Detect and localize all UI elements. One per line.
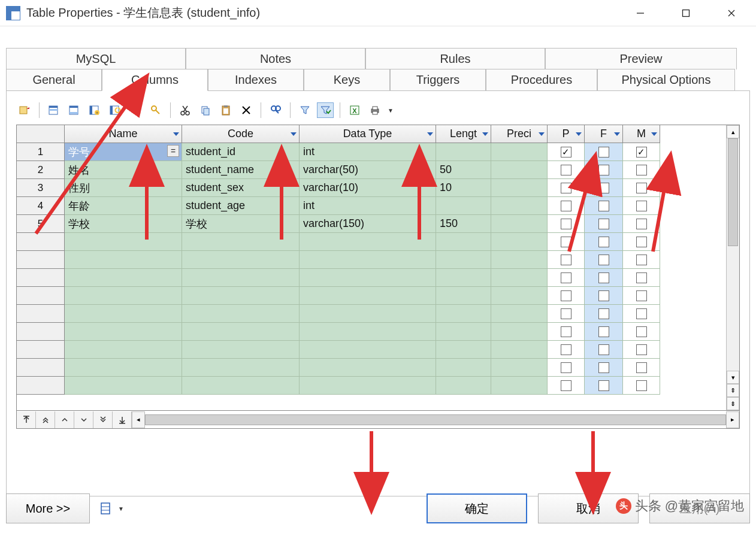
filter-arrow-icon[interactable]: [482, 132, 488, 136]
cell-empty[interactable]: [436, 323, 491, 341]
apply-button[interactable]: 应用(A): [649, 493, 750, 523]
checkbox-icon[interactable]: [598, 272, 609, 283]
checkbox-icon[interactable]: [636, 308, 647, 319]
cell-mandatory[interactable]: [623, 215, 660, 233]
filter-arrow-icon[interactable]: [651, 132, 657, 136]
cell-empty[interactable]: [300, 359, 436, 377]
cell-length[interactable]: 10: [436, 179, 491, 197]
cell-empty[interactable]: [491, 377, 548, 395]
move-bottom-icon[interactable]: [113, 411, 132, 428]
column-header-length[interactable]: Lengt: [436, 125, 491, 143]
cell-primary[interactable]: [548, 233, 585, 251]
paste-icon[interactable]: [217, 102, 234, 118]
column-header-name[interactable]: Name: [65, 125, 182, 143]
cell-mandatory[interactable]: [623, 269, 660, 287]
checkbox-icon[interactable]: [636, 272, 647, 283]
move-down-icon[interactable]: [74, 411, 93, 428]
cell-name[interactable]: 年龄: [65, 197, 182, 215]
checkbox-icon[interactable]: [561, 237, 571, 247]
cell-empty[interactable]: [436, 269, 491, 287]
cell-empty[interactable]: [65, 305, 182, 323]
cell-empty[interactable]: [65, 323, 182, 341]
cell-length[interactable]: 150: [436, 215, 491, 233]
filter-arrow-icon[interactable]: [539, 132, 545, 136]
cell-empty[interactable]: [65, 377, 182, 395]
row-number[interactable]: 3: [17, 179, 65, 197]
cell-code[interactable]: student_name: [182, 161, 300, 179]
cell-name[interactable]: 性别: [65, 179, 182, 197]
row-number[interactable]: [17, 341, 65, 359]
tab-rules[interactable]: Rules: [365, 48, 545, 69]
cell-empty[interactable]: [300, 377, 436, 395]
checkbox-icon[interactable]: [598, 165, 609, 175]
cell-primary[interactable]: [548, 269, 585, 287]
checkbox-icon[interactable]: [598, 237, 609, 247]
row-number[interactable]: [17, 233, 65, 251]
minimize-button[interactable]: [627, 4, 654, 22]
tab-indexes[interactable]: Indexes: [208, 69, 304, 91]
tab-procedures[interactable]: Procedures: [486, 69, 597, 91]
cell-datatype[interactable]: int: [300, 197, 436, 215]
checkbox-icon[interactable]: [561, 183, 571, 193]
filter-arrow-icon[interactable]: [576, 132, 582, 136]
filter-arrow-icon[interactable]: [291, 132, 297, 136]
cell-empty[interactable]: [436, 251, 491, 269]
scroll-right-icon[interactable]: ▸: [726, 411, 739, 428]
move-top-icon[interactable]: [17, 411, 36, 428]
cell-precision[interactable]: [491, 197, 548, 215]
checkbox-icon[interactable]: [636, 344, 647, 355]
scroll-thumb[interactable]: [728, 138, 738, 246]
cell-mandatory[interactable]: [623, 161, 660, 179]
cell-foreign[interactable]: [585, 215, 623, 233]
cell-foreign[interactable]: [585, 269, 623, 287]
checkbox-icon[interactable]: [561, 165, 571, 175]
checkbox-icon[interactable]: [636, 255, 647, 265]
checkbox-icon[interactable]: [598, 219, 609, 229]
cell-primary[interactable]: [548, 215, 585, 233]
checkbox-icon[interactable]: [561, 255, 571, 265]
cell-length[interactable]: [436, 143, 491, 161]
checkbox-icon[interactable]: [636, 147, 647, 158]
column-header-code[interactable]: Code: [182, 125, 300, 143]
cell-mandatory[interactable]: [623, 251, 660, 269]
tab-notes[interactable]: Notes: [186, 48, 365, 69]
row-number[interactable]: 2: [17, 161, 65, 179]
cell-primary[interactable]: [548, 359, 585, 377]
cell-name[interactable]: 姓名: [65, 161, 182, 179]
cell-foreign[interactable]: [585, 143, 623, 161]
copy-icon[interactable]: [197, 102, 214, 118]
checkbox-icon[interactable]: [636, 237, 647, 247]
cell-empty[interactable]: [65, 269, 182, 287]
column-header-p[interactable]: P: [548, 125, 585, 143]
cell-mandatory[interactable]: [623, 143, 660, 161]
filter-arrow-icon[interactable]: [427, 132, 433, 136]
cell-primary[interactable]: [548, 161, 585, 179]
checkbox-icon[interactable]: [561, 219, 571, 229]
cell-mandatory[interactable]: [623, 179, 660, 197]
checkbox-icon[interactable]: [598, 290, 609, 301]
cell-empty[interactable]: [491, 305, 548, 323]
checkbox-icon[interactable]: [598, 326, 609, 337]
tab-preview[interactable]: Preview: [545, 48, 737, 69]
cell-precision[interactable]: [491, 143, 548, 161]
checkbox-icon[interactable]: [636, 362, 647, 373]
checkbox-icon[interactable]: [561, 362, 571, 373]
checkbox-icon[interactable]: [561, 344, 571, 355]
scroll-up-icon[interactable]: ▴: [727, 125, 739, 138]
cell-empty[interactable]: [300, 233, 436, 251]
horizontal-scrollbar[interactable]: ◂ ▸: [132, 411, 739, 428]
cell-empty[interactable]: [65, 233, 182, 251]
checkbox-icon[interactable]: [561, 308, 571, 319]
cell-empty[interactable]: [491, 359, 548, 377]
key-icon[interactable]: [127, 102, 144, 118]
checkbox-icon[interactable]: [561, 290, 571, 301]
cell-empty[interactable]: [182, 305, 300, 323]
cell-mandatory[interactable]: [623, 377, 660, 395]
row-number[interactable]: [17, 269, 65, 287]
cell-mandatory[interactable]: [623, 359, 660, 377]
checkbox-icon[interactable]: [561, 326, 571, 337]
cell-empty[interactable]: [300, 341, 436, 359]
cell-mandatory[interactable]: [623, 341, 660, 359]
cell-empty[interactable]: [65, 359, 182, 377]
cell-empty[interactable]: [491, 233, 548, 251]
